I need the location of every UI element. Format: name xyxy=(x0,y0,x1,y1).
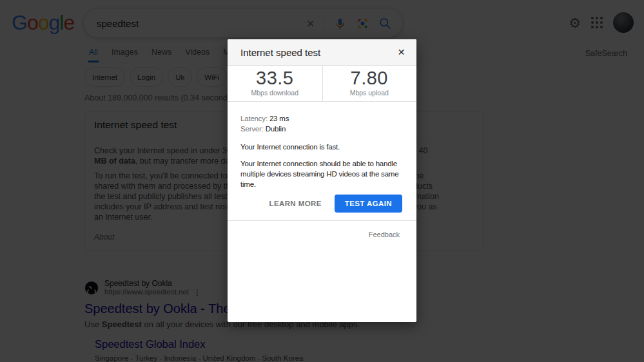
upload-stat: 7.80 Mbps upload xyxy=(322,66,417,101)
latency-row: Latency: 23 ms xyxy=(240,113,402,124)
server-row: Server: Dublin xyxy=(240,124,402,134)
download-value: 33.5 xyxy=(228,68,322,88)
upload-label: Mbps upload xyxy=(322,89,417,97)
download-stat: 33.5 Mbps download xyxy=(228,66,322,101)
connection-summary: Your Internet connection is fast. xyxy=(240,142,402,152)
connection-detail: Your Internet connection should be able … xyxy=(240,158,402,189)
speed-test-dialog: Internet speed test ✕ 33.5 Mbps download… xyxy=(228,39,416,322)
close-icon[interactable]: ✕ xyxy=(395,46,408,59)
feedback-link[interactable]: Feedback xyxy=(369,231,400,238)
test-again-button[interactable]: TEST AGAIN xyxy=(335,195,402,213)
download-label: Mbps download xyxy=(228,89,322,97)
learn-more-button[interactable]: LEARN MORE xyxy=(268,195,322,213)
speed-results: 33.5 Mbps download 7.80 Mbps upload xyxy=(228,66,416,102)
stats-divider xyxy=(322,66,323,101)
dialog-title: Internet speed test xyxy=(240,47,320,58)
upload-value: 7.80 xyxy=(322,68,417,88)
